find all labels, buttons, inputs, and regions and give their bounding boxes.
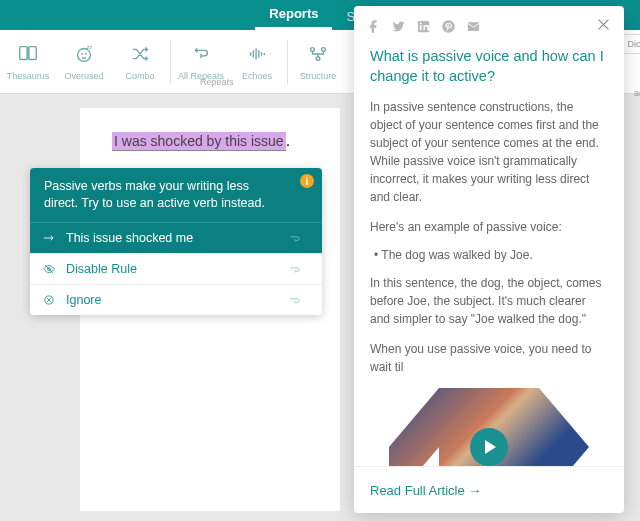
svg-point-13 bbox=[316, 56, 320, 60]
tool-structure[interactable]: Structure bbox=[290, 43, 346, 81]
tool-combo[interactable]: Combo bbox=[112, 43, 168, 81]
panel-video[interactable]: aining wasd in 4 schools. bbox=[389, 388, 589, 466]
suggestion-disable[interactable]: Disable Rule bbox=[30, 253, 322, 284]
panel-paragraph: In passive sentence constructions, the o… bbox=[370, 98, 608, 206]
cancel-icon bbox=[42, 293, 56, 307]
email-icon[interactable] bbox=[466, 19, 481, 34]
svg-point-12 bbox=[322, 47, 326, 51]
panel-paragraph: Here's an example of passive voice: bbox=[370, 218, 608, 236]
separator bbox=[170, 40, 171, 84]
tool-label: Structure bbox=[290, 71, 346, 81]
svg-text:zz: zz bbox=[87, 43, 93, 49]
suggestion-headline: Passive verbs make your writing less dir… bbox=[44, 178, 308, 212]
svg-point-3 bbox=[78, 48, 91, 61]
play-icon[interactable] bbox=[470, 428, 508, 466]
apply-icon bbox=[288, 262, 302, 276]
read-full-article-link[interactable]: Read Full Article → bbox=[370, 483, 481, 498]
svg-rect-0 bbox=[20, 46, 27, 59]
apply-icon bbox=[288, 293, 302, 307]
tab-reports[interactable]: Reports bbox=[255, 0, 332, 30]
tool-label: Echoes bbox=[229, 71, 285, 81]
suggestion-rewrite[interactable]: This issue shocked me bbox=[30, 222, 322, 253]
eye-off-icon bbox=[42, 262, 56, 276]
panel-body: What is passive voice and how can I chan… bbox=[354, 43, 624, 466]
tool-thesaurus[interactable]: Thesaurus bbox=[0, 43, 56, 81]
tool-label: Overused bbox=[56, 71, 112, 81]
sound-wave-icon bbox=[246, 43, 268, 65]
book-icon bbox=[17, 43, 39, 65]
linkedin-icon[interactable] bbox=[416, 19, 431, 34]
pinterest-icon[interactable] bbox=[441, 19, 456, 34]
facebook-icon[interactable] bbox=[366, 19, 381, 34]
close-icon bbox=[595, 16, 612, 33]
panel-paragraph: When you use passive voice, you need to … bbox=[370, 340, 608, 376]
arrow-right-icon bbox=[42, 231, 56, 245]
shuffle-icon bbox=[129, 43, 151, 65]
suggestion-rewrite-text: This issue shocked me bbox=[66, 231, 193, 245]
suggestion-disable-text: Disable Rule bbox=[66, 262, 137, 276]
tool-echoes[interactable]: Echoes bbox=[229, 43, 285, 81]
suggestion-ignore-text: Ignore bbox=[66, 293, 101, 307]
highlighted-text[interactable]: I was shocked by this issue bbox=[112, 132, 286, 151]
tool-all-repeats[interactable]: All Repeats bbox=[173, 43, 229, 81]
sleepy-face-icon: zz bbox=[73, 43, 95, 65]
suggestion-header: Passive verbs make your writing less dir… bbox=[30, 168, 322, 222]
tool-overused[interactable]: zz Overused bbox=[56, 43, 112, 81]
svg-rect-1 bbox=[29, 46, 36, 59]
separator bbox=[287, 40, 288, 84]
tool-label: Combo bbox=[112, 71, 168, 81]
panel-paragraph: In this sentence, the dog, the object, c… bbox=[370, 274, 608, 328]
apply-icon bbox=[288, 231, 302, 245]
twitter-icon[interactable] bbox=[391, 19, 406, 34]
panel-title: What is passive voice and how can I chan… bbox=[370, 47, 608, 86]
info-icon[interactable]: i bbox=[300, 174, 314, 188]
repeat-icon bbox=[190, 43, 212, 65]
close-button[interactable] bbox=[595, 16, 612, 37]
suggestion-ignore[interactable]: Ignore bbox=[30, 284, 322, 315]
panel-bullet: • The dog was walked by Joe. bbox=[370, 248, 608, 262]
text: . bbox=[286, 132, 290, 149]
panel-footer: Read Full Article → bbox=[354, 466, 624, 513]
tool-label: Thesaurus bbox=[0, 71, 56, 81]
suggestion-card: Passive verbs make your writing less dir… bbox=[30, 168, 322, 315]
structure-icon bbox=[307, 43, 329, 65]
toolbar-group-label: Repeats bbox=[200, 77, 234, 87]
svg-rect-24 bbox=[468, 22, 479, 31]
right-edge-adab: adab bbox=[634, 88, 640, 98]
svg-rect-21 bbox=[420, 25, 422, 30]
panel-share-bar bbox=[354, 6, 624, 43]
help-panel: What is passive voice and how can I chan… bbox=[354, 6, 624, 513]
svg-point-11 bbox=[311, 47, 315, 51]
svg-point-22 bbox=[420, 22, 422, 24]
